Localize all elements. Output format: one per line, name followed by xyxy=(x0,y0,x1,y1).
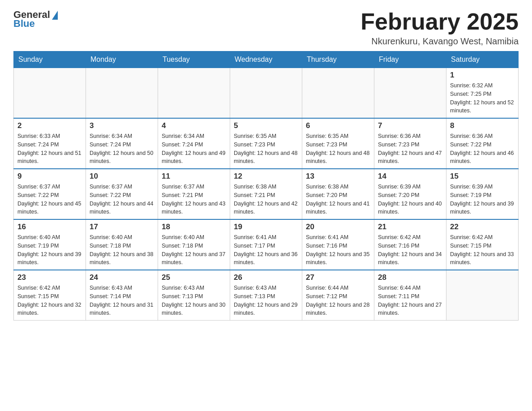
day-info: Sunrise: 6:38 AM Sunset: 7:20 PM Dayligh… xyxy=(306,183,370,216)
day-number: 4 xyxy=(162,121,226,130)
calendar-week-row: 16Sunrise: 6:40 AM Sunset: 7:19 PM Dayli… xyxy=(14,219,519,270)
day-info: Sunrise: 6:35 AM Sunset: 7:23 PM Dayligh… xyxy=(306,132,370,166)
calendar-cell: 21Sunrise: 6:42 AM Sunset: 7:16 PM Dayli… xyxy=(374,219,446,270)
calendar-header-tuesday: Tuesday xyxy=(158,51,230,68)
calendar-cell: 8Sunrise: 6:36 AM Sunset: 7:22 PM Daylig… xyxy=(446,118,519,169)
calendar-cell: 16Sunrise: 6:40 AM Sunset: 7:19 PM Dayli… xyxy=(14,219,86,270)
calendar-cell: 13Sunrise: 6:38 AM Sunset: 7:20 PM Dayli… xyxy=(302,169,374,219)
day-number: 13 xyxy=(306,172,370,181)
day-number: 15 xyxy=(450,172,515,181)
day-info: Sunrise: 6:37 AM Sunset: 7:22 PM Dayligh… xyxy=(17,183,82,216)
calendar-cell: 5Sunrise: 6:35 AM Sunset: 7:23 PM Daylig… xyxy=(230,118,302,169)
calendar-cell xyxy=(302,68,374,118)
day-info: Sunrise: 6:40 AM Sunset: 7:18 PM Dayligh… xyxy=(90,233,154,267)
calendar-header-thursday: Thursday xyxy=(302,51,374,68)
calendar-cell xyxy=(446,270,519,321)
day-number: 10 xyxy=(90,172,154,181)
day-info: Sunrise: 6:32 AM Sunset: 7:25 PM Dayligh… xyxy=(450,81,515,115)
day-info: Sunrise: 6:38 AM Sunset: 7:21 PM Dayligh… xyxy=(234,183,298,216)
day-number: 24 xyxy=(90,273,154,282)
day-info: Sunrise: 6:43 AM Sunset: 7:13 PM Dayligh… xyxy=(234,284,298,317)
day-number: 17 xyxy=(90,223,154,231)
logo: General Blue xyxy=(13,9,58,30)
calendar-week-row: 2Sunrise: 6:33 AM Sunset: 7:24 PM Daylig… xyxy=(14,118,519,169)
day-number: 8 xyxy=(450,121,515,130)
calendar-cell: 27Sunrise: 6:44 AM Sunset: 7:12 PM Dayli… xyxy=(302,270,374,321)
calendar-header-wednesday: Wednesday xyxy=(230,51,302,68)
day-number: 3 xyxy=(90,121,154,130)
calendar-week-row: 1Sunrise: 6:32 AM Sunset: 7:25 PM Daylig… xyxy=(14,68,519,118)
calendar-header-sunday: Sunday xyxy=(14,51,86,68)
day-number: 12 xyxy=(234,172,298,181)
day-info: Sunrise: 6:41 AM Sunset: 7:17 PM Dayligh… xyxy=(234,233,298,267)
calendar-cell: 20Sunrise: 6:41 AM Sunset: 7:16 PM Dayli… xyxy=(302,219,374,270)
day-number: 25 xyxy=(162,273,226,282)
day-info: Sunrise: 6:34 AM Sunset: 7:24 PM Dayligh… xyxy=(162,132,226,166)
calendar-cell xyxy=(158,68,230,118)
calendar-cell: 11Sunrise: 6:37 AM Sunset: 7:21 PM Dayli… xyxy=(158,169,230,219)
day-number: 18 xyxy=(162,223,226,231)
day-info: Sunrise: 6:42 AM Sunset: 7:16 PM Dayligh… xyxy=(378,233,442,267)
day-number: 27 xyxy=(306,273,370,282)
calendar-cell: 18Sunrise: 6:40 AM Sunset: 7:18 PM Dayli… xyxy=(158,219,230,270)
day-info: Sunrise: 6:37 AM Sunset: 7:21 PM Dayligh… xyxy=(162,183,226,216)
day-number: 28 xyxy=(378,273,442,282)
page-header: General Blue February 2025 Nkurenkuru, K… xyxy=(13,9,519,47)
day-info: Sunrise: 6:43 AM Sunset: 7:14 PM Dayligh… xyxy=(90,284,154,317)
calendar-cell: 22Sunrise: 6:42 AM Sunset: 7:15 PM Dayli… xyxy=(446,219,519,270)
day-number: 2 xyxy=(17,121,82,130)
calendar-cell: 23Sunrise: 6:42 AM Sunset: 7:15 PM Dayli… xyxy=(14,270,86,321)
calendar-cell: 19Sunrise: 6:41 AM Sunset: 7:17 PM Dayli… xyxy=(230,219,302,270)
calendar-header-saturday: Saturday xyxy=(446,51,519,68)
month-title: February 2025 xyxy=(360,9,519,34)
logo-blue-text: Blue xyxy=(13,18,35,30)
calendar-cell xyxy=(14,68,86,118)
calendar-cell: 10Sunrise: 6:37 AM Sunset: 7:22 PM Dayli… xyxy=(86,169,158,219)
calendar-cell: 4Sunrise: 6:34 AM Sunset: 7:24 PM Daylig… xyxy=(158,118,230,169)
calendar-header-row: SundayMondayTuesdayWednesdayThursdayFrid… xyxy=(14,51,519,68)
day-number: 26 xyxy=(234,273,298,282)
day-number: 9 xyxy=(17,172,82,181)
calendar-cell xyxy=(374,68,446,118)
calendar-cell: 25Sunrise: 6:43 AM Sunset: 7:13 PM Dayli… xyxy=(158,270,230,321)
day-number: 7 xyxy=(378,121,442,130)
day-info: Sunrise: 6:36 AM Sunset: 7:22 PM Dayligh… xyxy=(450,132,515,166)
day-info: Sunrise: 6:34 AM Sunset: 7:24 PM Dayligh… xyxy=(90,132,154,166)
calendar-week-row: 23Sunrise: 6:42 AM Sunset: 7:15 PM Dayli… xyxy=(14,270,519,321)
day-number: 20 xyxy=(306,223,370,231)
day-info: Sunrise: 6:36 AM Sunset: 7:23 PM Dayligh… xyxy=(378,132,442,166)
day-info: Sunrise: 6:39 AM Sunset: 7:20 PM Dayligh… xyxy=(378,183,442,216)
calendar-header-friday: Friday xyxy=(374,51,446,68)
day-info: Sunrise: 6:39 AM Sunset: 7:19 PM Dayligh… xyxy=(450,183,515,216)
day-number: 19 xyxy=(234,223,298,231)
calendar-week-row: 9Sunrise: 6:37 AM Sunset: 7:22 PM Daylig… xyxy=(14,169,519,219)
day-number: 5 xyxy=(234,121,298,130)
calendar-cell: 24Sunrise: 6:43 AM Sunset: 7:14 PM Dayli… xyxy=(86,270,158,321)
day-number: 11 xyxy=(162,172,226,181)
day-info: Sunrise: 6:44 AM Sunset: 7:11 PM Dayligh… xyxy=(378,284,442,317)
day-info: Sunrise: 6:42 AM Sunset: 7:15 PM Dayligh… xyxy=(17,284,82,317)
calendar-cell: 15Sunrise: 6:39 AM Sunset: 7:19 PM Dayli… xyxy=(446,169,519,219)
day-info: Sunrise: 6:33 AM Sunset: 7:24 PM Dayligh… xyxy=(17,132,82,166)
calendar-cell xyxy=(230,68,302,118)
calendar-cell: 14Sunrise: 6:39 AM Sunset: 7:20 PM Dayli… xyxy=(374,169,446,219)
calendar-cell: 1Sunrise: 6:32 AM Sunset: 7:25 PM Daylig… xyxy=(446,68,519,118)
calendar-cell: 26Sunrise: 6:43 AM Sunset: 7:13 PM Dayli… xyxy=(230,270,302,321)
day-info: Sunrise: 6:43 AM Sunset: 7:13 PM Dayligh… xyxy=(162,284,226,317)
calendar-cell: 12Sunrise: 6:38 AM Sunset: 7:21 PM Dayli… xyxy=(230,169,302,219)
day-number: 23 xyxy=(17,273,82,282)
day-number: 1 xyxy=(450,71,515,80)
calendar-table: SundayMondayTuesdayWednesdayThursdayFrid… xyxy=(13,51,519,321)
calendar-cell: 3Sunrise: 6:34 AM Sunset: 7:24 PM Daylig… xyxy=(86,118,158,169)
calendar-cell: 17Sunrise: 6:40 AM Sunset: 7:18 PM Dayli… xyxy=(86,219,158,270)
calendar-cell: 6Sunrise: 6:35 AM Sunset: 7:23 PM Daylig… xyxy=(302,118,374,169)
calendar-header-monday: Monday xyxy=(86,51,158,68)
calendar-cell xyxy=(86,68,158,118)
calendar-cell: 28Sunrise: 6:44 AM Sunset: 7:11 PM Dayli… xyxy=(374,270,446,321)
title-block: February 2025 Nkurenkuru, Kavango West, … xyxy=(360,9,519,47)
calendar-cell: 9Sunrise: 6:37 AM Sunset: 7:22 PM Daylig… xyxy=(14,169,86,219)
day-info: Sunrise: 6:41 AM Sunset: 7:16 PM Dayligh… xyxy=(306,233,370,267)
day-number: 22 xyxy=(450,223,515,231)
day-info: Sunrise: 6:42 AM Sunset: 7:15 PM Dayligh… xyxy=(450,233,515,267)
calendar-cell: 2Sunrise: 6:33 AM Sunset: 7:24 PM Daylig… xyxy=(14,118,86,169)
